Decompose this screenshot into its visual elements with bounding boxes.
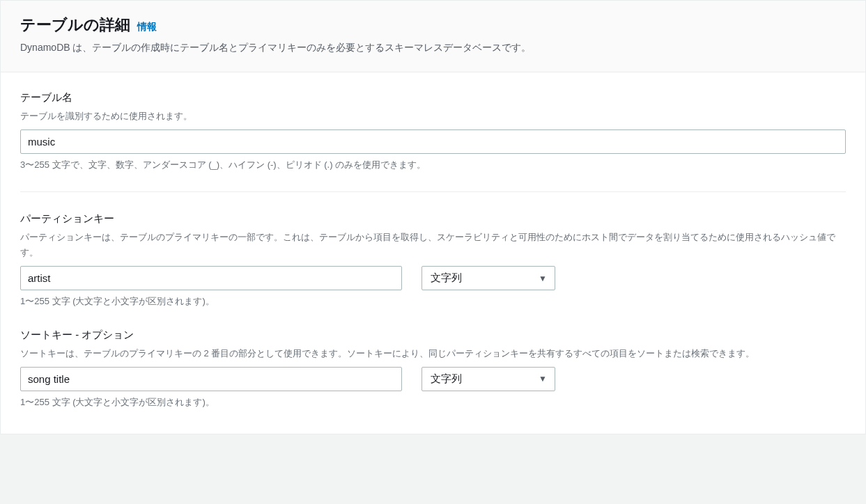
- partition-key-type-wrap: ▼: [422, 266, 555, 290]
- table-name-input[interactable]: [20, 129, 846, 154]
- table-name-label: テーブル名: [20, 89, 846, 106]
- table-name-group: テーブル名 テーブルを識別するために使用されます。 3〜255 文字で、文字、数…: [20, 89, 846, 172]
- panel-subtitle: DynamoDB は、テーブルの作成時にテーブル名とプライマリキーのみを必要とす…: [20, 40, 846, 55]
- partition-key-input[interactable]: [20, 266, 402, 290]
- partition-key-type-select[interactable]: [422, 266, 555, 290]
- panel-header: テーブルの詳細 情報 DynamoDB は、テーブルの作成時にテーブル名とプライ…: [1, 1, 865, 72]
- sort-key-row: ▼: [20, 367, 846, 391]
- table-details-panel: テーブルの詳細 情報 DynamoDB は、テーブルの作成時にテーブル名とプライ…: [0, 0, 866, 434]
- header-title-row: テーブルの詳細 情報: [20, 15, 846, 36]
- info-link[interactable]: 情報: [137, 21, 157, 33]
- partition-key-group: パーティションキー パーティションキーは、テーブルのプライマリキーの一部です。こ…: [20, 210, 846, 308]
- sort-key-type-select[interactable]: [422, 367, 555, 391]
- divider: [20, 191, 846, 192]
- sort-key-group: ソートキー - オプション ソートキーは、テーブルのプライマリキーの 2 番目の…: [20, 326, 846, 409]
- sort-key-label: ソートキー - オプション: [20, 326, 846, 343]
- panel-body: テーブル名 テーブルを識別するために使用されます。 3〜255 文字で、文字、数…: [1, 72, 865, 434]
- table-name-help: テーブルを識別するために使用されます。: [20, 109, 846, 124]
- sort-key-hint: 1〜255 文字 (大文字と小文字が区別されます)。: [20, 395, 846, 409]
- sort-key-type-wrap: ▼: [422, 367, 555, 391]
- partition-key-hint: 1〜255 文字 (大文字と小文字が区別されます)。: [20, 294, 846, 308]
- table-name-hint: 3〜255 文字で、文字、数字、アンダースコア (_)、ハイフン (-)、ピリオ…: [20, 158, 846, 172]
- panel-title: テーブルの詳細: [20, 15, 130, 36]
- sort-key-input[interactable]: [20, 367, 402, 391]
- partition-key-label: パーティションキー: [20, 210, 846, 227]
- partition-key-help: パーティションキーは、テーブルのプライマリキーの一部です。これは、テーブルから項…: [20, 230, 846, 260]
- sort-key-help: ソートキーは、テーブルのプライマリキーの 2 番目の部分として使用できます。ソー…: [20, 346, 846, 361]
- partition-key-row: ▼: [20, 266, 846, 290]
